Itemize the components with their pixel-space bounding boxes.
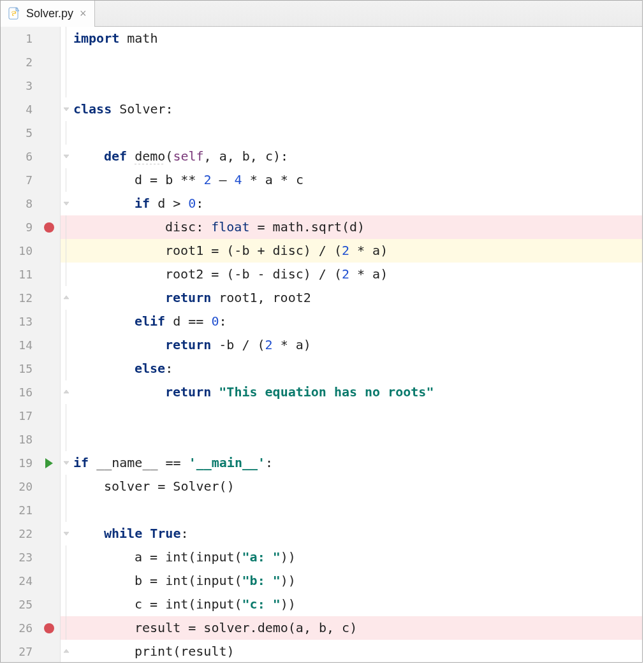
gutter-marker[interactable] xyxy=(38,616,61,640)
close-icon[interactable]: × xyxy=(78,8,88,19)
gutter-marker[interactable] xyxy=(38,640,61,662)
code-line[interactable]: 13elif d == 0: xyxy=(1,310,642,333)
code-text[interactable]: def demo(self, a, b, c): xyxy=(72,145,642,168)
gutter-marker[interactable] xyxy=(38,545,61,569)
fold-gutter xyxy=(61,357,72,380)
gutter-marker[interactable] xyxy=(38,168,61,192)
code-line[interactable]: 12return root1, root2 xyxy=(1,286,642,310)
code-text[interactable] xyxy=(72,404,642,428)
breakpoint-icon[interactable] xyxy=(44,623,54,633)
code-line[interactable]: 1import math xyxy=(1,27,642,50)
code-line[interactable]: 22while True: xyxy=(1,522,642,545)
code-line[interactable]: 25c = int(input("c: ")) xyxy=(1,593,642,616)
code-line[interactable]: 17 xyxy=(1,404,642,428)
gutter-marker[interactable] xyxy=(38,215,61,239)
code-text[interactable]: if d > 0: xyxy=(72,192,642,215)
gutter-marker[interactable] xyxy=(38,593,61,616)
code-text[interactable]: while True: xyxy=(72,522,642,545)
code-line[interactable]: 19if __name__ == '__main__': xyxy=(1,451,642,475)
fold-open-icon[interactable] xyxy=(62,105,70,113)
code-text[interactable] xyxy=(72,498,642,522)
code-line[interactable]: 18 xyxy=(1,428,642,451)
fold-open-icon[interactable] xyxy=(62,459,70,466)
gutter-marker[interactable] xyxy=(38,239,61,263)
code-text[interactable] xyxy=(72,428,642,451)
gutter-marker[interactable] xyxy=(38,121,61,145)
code-text[interactable]: root2 = (-b - disc) / (2 * a) xyxy=(72,263,642,286)
gutter-marker[interactable] xyxy=(38,357,61,380)
code-text[interactable]: return "This equation has no roots" xyxy=(72,380,642,404)
code-line[interactable]: 27print(result) xyxy=(1,640,642,662)
fold-open-icon[interactable] xyxy=(62,530,70,537)
code-line[interactable]: 6def demo(self, a, b, c): xyxy=(1,145,642,168)
code-text[interactable]: if __name__ == '__main__': xyxy=(72,451,642,475)
code-text[interactable]: print(result) xyxy=(72,640,642,662)
code-line[interactable]: 8if d > 0: xyxy=(1,192,642,215)
tab-solver-py[interactable]: Solver.py × xyxy=(1,1,95,26)
fold-gutter xyxy=(61,168,72,192)
gutter-marker[interactable] xyxy=(38,263,61,286)
code-line[interactable]: 7d = b ** 2 – 4 * a * c xyxy=(1,168,642,192)
gutter-marker[interactable] xyxy=(38,50,61,74)
code-text[interactable] xyxy=(72,74,642,97)
code-line[interactable]: 3 xyxy=(1,74,642,97)
code-text[interactable]: else: xyxy=(72,357,642,380)
gutter-marker[interactable] xyxy=(38,74,61,97)
code-line[interactable]: 14return -b / (2 * a) xyxy=(1,333,642,357)
code-text[interactable]: disc: float = math.sqrt(d) xyxy=(72,215,642,239)
code-text[interactable]: elif d == 0: xyxy=(72,310,642,333)
fold-gutter xyxy=(61,404,72,428)
gutter-marker[interactable] xyxy=(38,380,61,404)
code-line[interactable]: 4class Solver: xyxy=(1,97,642,121)
fold-gutter xyxy=(61,192,72,215)
run-icon[interactable] xyxy=(45,458,53,468)
code-text[interactable]: b = int(input("b: ")) xyxy=(72,569,642,593)
code-text[interactable]: solver = Solver() xyxy=(72,475,642,498)
fold-close-icon[interactable] xyxy=(62,647,70,655)
code-line[interactable]: 21 xyxy=(1,498,642,522)
code-text[interactable]: class Solver: xyxy=(72,97,642,121)
code-line[interactable]: 5 xyxy=(1,121,642,145)
code-line[interactable]: 26result = solver.demo(a, b, c) xyxy=(1,616,642,640)
fold-gutter xyxy=(61,121,72,145)
fold-close-icon[interactable] xyxy=(62,294,70,301)
gutter-marker[interactable] xyxy=(38,333,61,357)
fold-close-icon[interactable] xyxy=(62,388,70,396)
gutter-marker[interactable] xyxy=(38,569,61,593)
code-line[interactable]: 16return "This equation has no roots" xyxy=(1,380,642,404)
code-text[interactable]: return root1, root2 xyxy=(72,286,642,310)
code-line[interactable]: 2 xyxy=(1,50,642,74)
code-text[interactable]: c = int(input("c: ")) xyxy=(72,593,642,616)
code-text[interactable]: result = solver.demo(a, b, c) xyxy=(72,616,642,640)
gutter-marker[interactable] xyxy=(38,498,61,522)
code-line[interactable]: 11root2 = (-b - disc) / (2 * a) xyxy=(1,263,642,286)
code-line[interactable]: 9disc: float = math.sqrt(d) xyxy=(1,215,642,239)
code-line[interactable]: 20solver = Solver() xyxy=(1,475,642,498)
code-line[interactable]: 15else: xyxy=(1,357,642,380)
code-text[interactable]: import math xyxy=(72,27,642,50)
gutter-marker[interactable] xyxy=(38,192,61,215)
gutter-marker[interactable] xyxy=(38,451,61,475)
gutter-marker[interactable] xyxy=(38,145,61,168)
gutter-marker[interactable] xyxy=(38,522,61,545)
fold-open-icon[interactable] xyxy=(62,152,70,160)
code-text[interactable] xyxy=(72,50,642,74)
gutter-marker[interactable] xyxy=(38,404,61,428)
gutter-marker[interactable] xyxy=(38,475,61,498)
code-text[interactable]: d = b ** 2 – 4 * a * c xyxy=(72,168,642,192)
code-text[interactable]: return -b / (2 * a) xyxy=(72,333,642,357)
code-editor[interactable]: 1import math234class Solver:56def demo(s… xyxy=(1,27,642,662)
gutter-marker[interactable] xyxy=(38,97,61,121)
code-text[interactable]: a = int(input("a: ")) xyxy=(72,545,642,569)
code-line[interactable]: 23a = int(input("a: ")) xyxy=(1,545,642,569)
gutter-marker[interactable] xyxy=(38,286,61,310)
fold-open-icon[interactable] xyxy=(62,199,70,207)
breakpoint-icon[interactable] xyxy=(44,222,54,233)
gutter-marker[interactable] xyxy=(38,27,61,50)
code-text[interactable] xyxy=(72,121,642,145)
code-line[interactable]: 24b = int(input("b: ")) xyxy=(1,569,642,593)
code-text[interactable]: root1 = (-b + disc) / (2 * a) xyxy=(72,239,642,263)
code-line[interactable]: 10root1 = (-b + disc) / (2 * a) xyxy=(1,239,642,263)
gutter-marker[interactable] xyxy=(38,310,61,333)
gutter-marker[interactable] xyxy=(38,428,61,451)
